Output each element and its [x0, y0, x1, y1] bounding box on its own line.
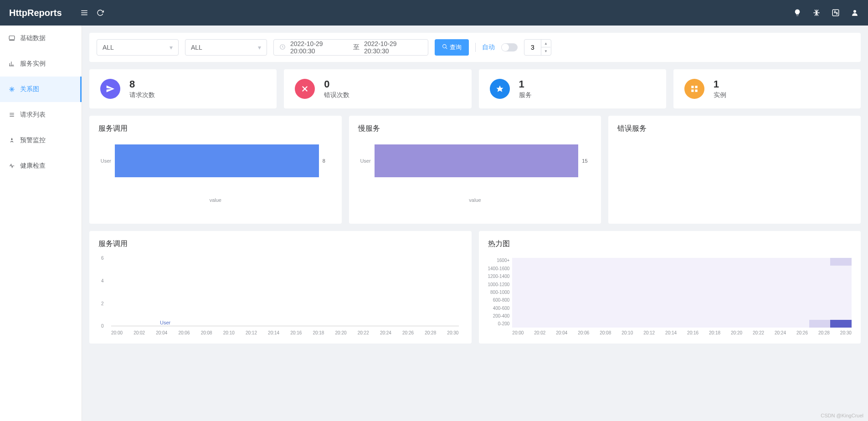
heatmap-cell: [661, 273, 682, 281]
heatmap-cell: [661, 258, 682, 266]
sidebar-item-service-instance[interactable]: 服务实例: [0, 51, 82, 77]
heatmap-cell: [597, 312, 618, 320]
query-button[interactable]: 查询: [435, 39, 469, 56]
heatmap-cell: [788, 304, 809, 312]
select-value: ALL: [191, 44, 202, 51]
x-axis-label: value: [98, 197, 333, 203]
heatmap-cell: [555, 297, 576, 304]
heatmap-cell: [809, 258, 831, 266]
heatmap-x-tick: 20:00: [512, 330, 524, 335]
sidebar-item-health-check[interactable]: 健康检查: [0, 153, 82, 179]
search-icon: [442, 44, 448, 51]
panel-title: 慢服务: [358, 124, 592, 133]
panel-title: 错误服务: [617, 124, 852, 133]
heatmap-cell: [512, 281, 534, 289]
heatmap-cell: [661, 304, 682, 312]
y-gridline: 0: [111, 326, 459, 326]
bulb-icon[interactable]: [793, 9, 801, 17]
language-icon[interactable]: [832, 9, 840, 17]
heatmap-cell: [555, 281, 576, 289]
sidebar-item-label: 服务实例: [20, 60, 46, 68]
snowflake-icon: [8, 86, 15, 92]
heatmap-cell: [555, 304, 576, 312]
heatmap-cell: [640, 297, 661, 304]
heatmap-cell: [724, 266, 746, 273]
svg-rect-24: [691, 86, 693, 88]
heatmap-cell: [512, 266, 534, 273]
auto-refresh-label[interactable]: 自动: [482, 43, 495, 51]
panel-title: 热力图: [488, 239, 852, 249]
heatmap-cell: [512, 304, 534, 312]
heatmap-cell: [745, 273, 767, 281]
heatmap-cell: [618, 266, 640, 273]
heatmap-cell: [788, 258, 809, 266]
date-range-picker[interactable]: 2022-10-29 20:00:30 至 2022-10-29 20:30:3…: [273, 39, 428, 56]
service-calls-line-chart: 6420 User 20:0020:0220:0420:0620:0820:10…: [98, 258, 462, 335]
sidebar-item-basic-data[interactable]: 基础数据: [0, 26, 82, 51]
y-gridline: 4: [111, 281, 459, 281]
svg-rect-25: [695, 86, 697, 88]
heatmap-cell: [767, 258, 788, 266]
heatmap-cell: [724, 273, 746, 281]
heatmap-x-tick: 20:30: [840, 330, 852, 335]
interval-value[interactable]: [524, 44, 541, 51]
divider: [475, 43, 476, 52]
service-select[interactable]: ALL ▾: [97, 39, 179, 56]
heatmap-y-label: 1200-1400: [488, 274, 510, 279]
sidebar-item-alert-monitor[interactable]: 预警监控: [0, 128, 82, 153]
sidebar-item-request-list[interactable]: 请求列表: [0, 102, 82, 128]
y-gridline: 2: [111, 303, 459, 304]
heatmap-cell: [661, 312, 682, 320]
heatmap-cell: [682, 258, 704, 266]
refresh-interval-input[interactable]: ▲ ▼: [524, 39, 551, 56]
heatmap-cell: [809, 304, 831, 312]
heatmap-cell: [724, 297, 746, 304]
heatmap-cell: [534, 304, 555, 312]
panel-service-calls-trend: 服务调用 6420 User 20:0020:0220:0420:0620:08…: [89, 231, 472, 344]
bar-fill: [375, 144, 579, 177]
heatmap-cell: [703, 273, 724, 281]
fullscreen-icon[interactable]: [812, 9, 821, 17]
heatmap-cell: [788, 312, 809, 320]
instance-select[interactable]: ALL ▾: [185, 39, 267, 56]
sidebar-item-relation-graph[interactable]: 关系图: [0, 77, 82, 102]
service-calls-bar-chart: User 8 value: [98, 143, 333, 216]
stat-label: 服务: [519, 91, 532, 99]
heatmap-cell: [767, 297, 788, 304]
stepper-up-icon[interactable]: ▲: [541, 40, 550, 47]
heatmap-cell: [534, 266, 555, 273]
main-content: ALL ▾ ALL ▾ 2022-10-29 20:00:30 至 2022-1…: [82, 26, 868, 421]
clock-icon: [279, 44, 286, 51]
refresh-icon[interactable]: [97, 9, 104, 16]
heatmap-cell: [745, 266, 767, 273]
panel-title: 服务调用: [98, 124, 333, 133]
heatmap-cell: [576, 312, 597, 320]
heatmap-cell: [830, 304, 852, 312]
x-tick: 20:30: [447, 330, 458, 335]
grid-icon: [684, 79, 704, 99]
heatmap-cell: [618, 320, 640, 328]
monitor-icon: [8, 35, 15, 41]
brand-logo: HttpReports: [9, 8, 62, 18]
menu-toggle-icon[interactable]: [80, 9, 88, 17]
auto-refresh-toggle[interactable]: [501, 43, 518, 51]
user-icon[interactable]: [851, 9, 859, 17]
heatmap-cell: [534, 289, 555, 297]
query-button-label: 查询: [450, 43, 462, 51]
bar-value: 8: [323, 158, 333, 164]
heatmap-cell: [809, 297, 831, 304]
heatmap-x-tick: 20:20: [731, 330, 742, 335]
heatmap-x-tick: 20:06: [578, 330, 589, 335]
heatmap-y-label: 800-1000: [488, 290, 510, 295]
heatmap-cell: [682, 312, 704, 320]
bar-category: User: [98, 158, 111, 164]
x-tick: 20:18: [313, 330, 324, 335]
stat-value: 1: [519, 78, 532, 90]
stat-card-instances: 1实例: [673, 69, 861, 108]
heatmap-cell: [767, 273, 788, 281]
stepper-down-icon[interactable]: ▼: [541, 47, 550, 55]
heatmap-cell: [682, 320, 704, 328]
select-value: ALL: [103, 44, 114, 51]
send-icon: [100, 79, 120, 99]
heatmap-cell: [830, 289, 852, 297]
